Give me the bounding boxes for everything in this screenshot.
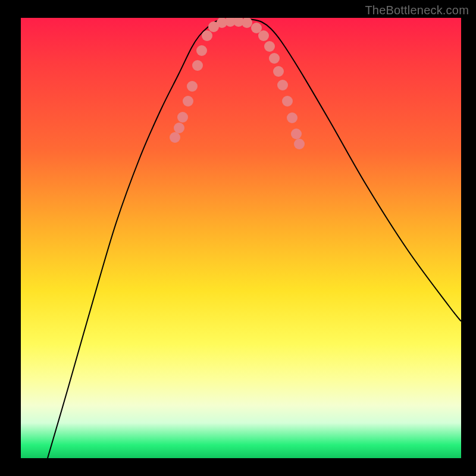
marker-dot <box>177 112 188 123</box>
marker-dot <box>170 132 180 143</box>
marker-dot <box>291 129 302 139</box>
marker-dot <box>202 30 212 41</box>
marker-dot <box>192 60 203 71</box>
marker-dot <box>196 45 207 56</box>
chart-svg <box>21 18 461 458</box>
marker-dot <box>242 18 252 28</box>
marker-dot <box>277 80 288 90</box>
marker-dot <box>187 81 198 92</box>
marker-dot <box>273 66 284 77</box>
marker-dot <box>174 123 184 133</box>
curve-path <box>48 19 461 458</box>
marker-dot <box>264 41 275 52</box>
marker-dot <box>183 96 193 107</box>
marker-dot <box>294 139 305 149</box>
watermark-text: TheBottleneck.com <box>365 4 469 17</box>
chart-plot-area <box>21 18 461 458</box>
marker-dot <box>258 30 269 41</box>
curve-markers <box>170 18 305 149</box>
marker-dot <box>282 96 293 107</box>
bottleneck-curve <box>48 19 461 458</box>
marker-dot <box>287 112 298 123</box>
chart-frame: TheBottleneck.com <box>0 0 476 476</box>
marker-dot <box>269 53 280 64</box>
